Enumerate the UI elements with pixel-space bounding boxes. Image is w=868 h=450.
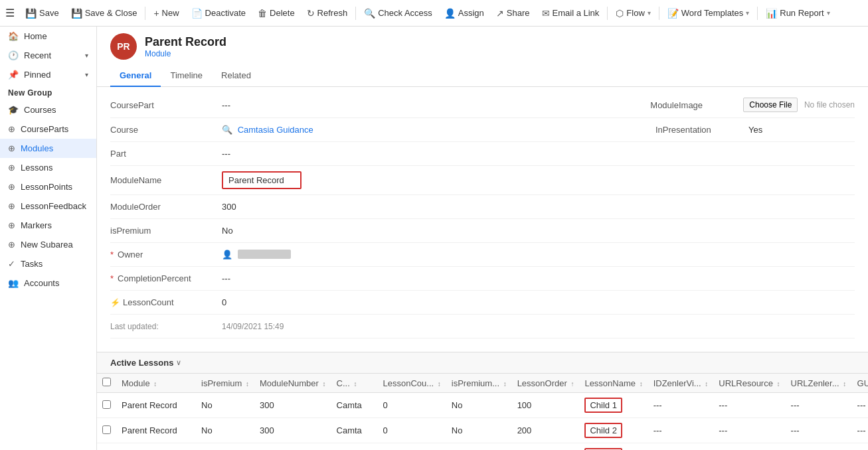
field-owner-label: Owner (110, 250, 217, 260)
record-subtitle: Module (145, 49, 226, 58)
row-urlzenler: --- (786, 418, 852, 443)
in-presentation-label: InPresentation (655, 125, 735, 135)
row-lessonname: Child 1 (579, 393, 648, 418)
sidebar-item-courses[interactable]: 🎓 Courses (0, 100, 96, 119)
row-lessonorder: 100 (512, 393, 580, 418)
col-header-ispremium2[interactable]: isPremium... ↕ (446, 374, 512, 393)
new-subarea-icon: ⊕ (8, 240, 15, 250)
table-wrapper: Module ↕ isPremium ↕ ModuleNumber ↕ (97, 374, 868, 450)
check-access-button[interactable]: 🔍 Check Access (359, 5, 438, 21)
field-completionpercent-label: CompletionPercent (110, 273, 217, 283)
markers-icon: ⊕ (8, 220, 15, 230)
row-checkbox[interactable] (102, 400, 111, 409)
idzenler-sort-icon: ↕ (705, 380, 708, 388)
run-report-icon: 📊 (766, 8, 777, 19)
row-checkbox[interactable] (102, 425, 111, 434)
run-report-button[interactable]: 📊 Run Report ▾ (760, 5, 835, 21)
refresh-button[interactable]: ↻ Refresh (302, 5, 353, 21)
field-course-value[interactable]: 🔍 Camtasia Guidance (217, 125, 655, 135)
sidebar-item-courseparts[interactable]: ⊕ CourseParts (0, 119, 96, 139)
field-part-label: Part (110, 149, 217, 159)
delete-button[interactable]: 🗑 Delete (252, 5, 300, 21)
field-completionpercent-value: --- (217, 273, 855, 283)
col-header-ispremium[interactable]: isPremium ↕ (196, 374, 254, 393)
col-header-modulenumber[interactable]: ModuleNumber ↕ (254, 374, 331, 393)
owner-icon: 👤 (222, 250, 232, 260)
col-header-lessonname[interactable]: LessonName ↕ (579, 374, 648, 393)
last-updated-row: Last updated: 14/09/2021 15:49 (110, 315, 855, 338)
field-owner-value[interactable]: 👤 (217, 250, 855, 260)
flow-button[interactable]: ⬡ Flow ▾ (610, 5, 655, 21)
lessonname-sort-icon: ↕ (640, 380, 643, 388)
lesson-count-icon: ⚡ (110, 298, 120, 307)
sidebar-item-tasks[interactable]: ✓ Tasks (0, 254, 96, 273)
col-header-urlzenler[interactable]: URLZenler... ↕ (786, 374, 852, 393)
c-sort-icon: ↕ (353, 380, 357, 388)
home-icon: 🏠 (8, 31, 19, 41)
save-button[interactable]: 💾 Save (20, 5, 64, 21)
last-updated-value: 14/09/2021 15:49 (217, 322, 855, 331)
col-header-check[interactable] (97, 374, 116, 393)
lessonname-cell-highlighted: Child 2 (584, 423, 622, 438)
sidebar-item-recent[interactable]: 🕐 Recent ▾ (0, 46, 96, 65)
sidebar-item-markers[interactable]: ⊕ Markers (0, 216, 96, 235)
save-close-icon: 💾 (71, 8, 82, 19)
record-title: Parent Record (145, 35, 226, 49)
subgrid-chevron[interactable]: ∨ (176, 358, 181, 367)
new-button[interactable]: + New (148, 5, 184, 21)
hamburger-icon[interactable]: ☰ (5, 7, 15, 19)
col-header-guidstrea[interactable]: GUIDStrea... ↕ (852, 374, 868, 393)
sidebar-item-home[interactable]: 🏠 Home (0, 27, 96, 46)
flow-icon: ⬡ (616, 8, 624, 19)
assign-button[interactable]: 👤 Assign (439, 5, 489, 21)
sidebar-item-pinned[interactable]: 📌 Pinned ▾ (0, 65, 96, 84)
courseparts-icon: ⊕ (8, 124, 15, 134)
lessonorder-sort-icon (570, 380, 574, 388)
tab-timeline[interactable]: Timeline (161, 65, 212, 87)
choose-file-button[interactable]: Choose File (743, 98, 798, 112)
table-body: Parent Record No 300 Camta 0 No 100 Chil… (97, 393, 868, 451)
tab-general[interactable]: General (110, 65, 161, 87)
share-button[interactable]: ↗ Share (491, 5, 535, 21)
row-module: Parent Record (116, 393, 196, 418)
sidebar-item-lessons[interactable]: ⊕ Lessons (0, 158, 96, 177)
new-icon: + (153, 8, 159, 19)
sidebar-item-modules[interactable]: ⊕ Modules (0, 139, 96, 158)
word-templates-icon: 📝 (667, 8, 679, 19)
module-image-label: ModuleImage (650, 100, 730, 110)
field-coursepart-label: CoursePart (110, 100, 217, 110)
col-header-c[interactable]: C... ↕ (331, 374, 378, 393)
col-header-lessonorder[interactable]: LessonOrder (512, 374, 580, 393)
row-modulenumber: 300 (254, 443, 331, 451)
module-sort-icon: ↕ (153, 380, 157, 388)
field-course: Course 🔍 Camtasia Guidance InPresentatio… (110, 118, 855, 142)
deactivate-button[interactable]: 📄 Deactivate (186, 5, 251, 21)
field-modulename: ModuleName Parent Record (110, 166, 855, 195)
recent-expand-icon: ▾ (85, 52, 88, 59)
course-link[interactable]: Camtasia Guidance (238, 125, 313, 135)
sidebar-item-new-subarea[interactable]: ⊕ New Subarea (0, 235, 96, 254)
col-header-lessoncou[interactable]: LessonCou... ↕ (378, 374, 446, 393)
field-ispremium-value: No (217, 226, 855, 236)
select-all-checkbox[interactable] (102, 378, 111, 386)
row-urlresource: --- (713, 393, 785, 418)
tab-related[interactable]: Related (212, 65, 260, 87)
col-header-idzenlervi[interactable]: IDZenlerVi... ↕ (648, 374, 714, 393)
email-link-button[interactable]: ✉ Email a Link (537, 5, 605, 21)
divider (145, 7, 145, 20)
sidebar-item-lessonpoints[interactable]: ⊕ LessonPoints (0, 177, 96, 196)
col-header-module[interactable]: Module ↕ (116, 374, 196, 393)
row-module: Parent Record (116, 418, 196, 443)
field-modulename-value[interactable]: Parent Record (217, 171, 855, 189)
word-templates-button[interactable]: 📝 Word Templates ▾ (662, 5, 754, 21)
field-moduleorder: ModuleOrder 300 (110, 195, 855, 219)
save-close-button[interactable]: 💾 Save & Close (66, 5, 143, 21)
row-ispremium2: No (446, 393, 512, 418)
run-report-chevron: ▾ (827, 9, 830, 17)
col-header-urlresource[interactable]: URLResource ↕ (713, 374, 785, 393)
subgrid-header: Active Lessons ∨ (97, 352, 868, 374)
sidebar-item-lessonfeedback[interactable]: ⊕ LessonFeedback (0, 196, 96, 216)
sidebar-item-accounts[interactable]: 👥 Accounts (0, 273, 96, 293)
main-layout: 🏠 Home 🕐 Recent ▾ 📌 Pinned ▾ New Group 🎓… (0, 27, 868, 450)
record-title-block: Parent Record Module (145, 35, 226, 58)
